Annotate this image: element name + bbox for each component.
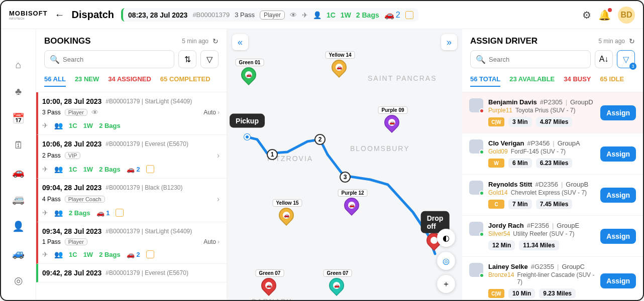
tab-new[interactable]: 23 NEW <box>75 75 99 87</box>
map-pin[interactable]: Purple 09🚗 <box>384 115 401 137</box>
stat-c: 1C <box>69 251 77 258</box>
nav-schedule-icon[interactable]: 🗓 <box>14 139 24 151</box>
locate-icon[interactable]: ◎ <box>437 252 455 270</box>
car-icon: 🚗 <box>388 119 395 126</box>
driver-item[interactable]: Clo Verigan#P3456|GroupAGold09FordF-145 … <box>462 133 643 175</box>
chevron-right-icon[interactable]: › <box>217 151 220 160</box>
drivers-list[interactable]: Benjamin Davis#P2305|GroupDPurple11Toyot… <box>462 92 643 300</box>
driver-make: Freight-liner Cascade (SUV - 7) <box>517 271 595 285</box>
bookings-updated: 5 min ago <box>182 38 208 45</box>
settings-icon[interactable]: ⚙ <box>582 9 591 21</box>
map-panel[interactable]: « » SAINT PANCRAS BLOOMSBURY FITZROVIA C… <box>227 29 462 300</box>
drivers-title: ASSIGN DRIVER <box>470 36 594 46</box>
map-pin[interactable]: Yellow 15🚗 <box>279 208 296 230</box>
doc-icon[interactable] <box>146 250 154 258</box>
assign-button[interactable]: Assign <box>600 188 636 203</box>
back-button[interactable]: ← <box>55 9 65 21</box>
drivers-search-input[interactable] <box>489 56 585 63</box>
eye-icon[interactable]: 👁 <box>91 108 98 116</box>
plane-icon: ✈ <box>42 121 48 129</box>
nav-org-icon[interactable]: ♣ <box>15 86 22 97</box>
stat-bags: 2 Bags <box>99 122 121 129</box>
doc-icon[interactable] <box>405 11 413 19</box>
doc-icon[interactable] <box>146 165 154 173</box>
nav-wheel-icon[interactable]: ◎ <box>14 274 23 286</box>
booking-item[interactable]: 09:04, 28 Jul 2023#B00001379 | Black (B1… <box>36 179 227 222</box>
driver-name: Reynolds Stitt <box>488 181 532 188</box>
booking-item[interactable]: 10:00, 28 Jul 2023#B00001379 | StarLight… <box>36 92 227 135</box>
drivers-search[interactable]: 🔍 <box>470 50 591 68</box>
booking-status-bar: 08:23, 28 Jul 2023 #B00001379 3 Pass Pla… <box>121 8 418 22</box>
driver-item[interactable]: Benjamin Davis#P2305|GroupDPurple11Toyot… <box>462 92 643 133</box>
sort-button[interactable]: A↓ <box>595 50 613 68</box>
eye-icon[interactable]: 👁 <box>290 11 297 19</box>
zoom-in-icon[interactable]: ＋ <box>437 275 455 293</box>
driver-avatar <box>469 222 483 236</box>
pickup-point[interactable] <box>244 134 250 140</box>
tab-total[interactable]: 56 TOTAL <box>470 75 500 87</box>
tab-busy[interactable]: 34 BUSY <box>564 75 591 87</box>
assign-button[interactable]: Assign <box>600 229 636 244</box>
booking-tag: Player <box>65 109 87 116</box>
booking-item[interactable]: 09:42, 28 Jul 2023#B00001379 | Everest (… <box>36 264 227 282</box>
driver-distance: 9.23 Miles <box>539 288 576 298</box>
car-icon: 🚗 <box>336 64 343 71</box>
waypoint[interactable]: 1 <box>267 149 278 160</box>
map-pin[interactable]: Yellow 14🚗 <box>332 60 349 82</box>
tab-idle[interactable]: 65 IDLE <box>600 75 624 87</box>
driver-item[interactable]: Jordy Rach#F2356|GroupESilver54Utility R… <box>462 216 643 257</box>
driver-item[interactable]: Reynolds Stitt#D2356|GroupBGold14Chevrol… <box>462 175 643 216</box>
stat-cars: 🚗 1 <box>96 209 110 217</box>
map-pin[interactable]: Green 07🚗 <box>329 278 346 300</box>
bell-icon[interactable]: 🔔 <box>598 9 611 21</box>
sidebar: ⌂ ♣ 📅 🗓 🚗 🚐 👤 🚙 ◎ ☵ <box>1 29 36 300</box>
assign-button[interactable]: Assign <box>600 273 636 288</box>
driver-name: Jordy Rach <box>488 222 524 229</box>
car-icon: 🚗 <box>265 282 272 289</box>
waypoint[interactable]: 3 <box>340 172 351 183</box>
map-pin[interactable]: Purple 12🚗 <box>344 198 361 220</box>
map-pin[interactable]: Green 01🚗 <box>241 67 258 89</box>
nav-dispatch-icon[interactable]: 🚗 <box>12 166 25 178</box>
sort-button[interactable]: ⇅ <box>178 50 196 68</box>
stat-cars: 🚗 2 <box>127 166 140 173</box>
waypoint[interactable]: 2 <box>314 134 326 145</box>
avatar[interactable]: BD <box>618 7 635 24</box>
logo-sub: INFOTECH <box>9 17 48 20</box>
tab-all[interactable]: 56 ALL <box>44 75 66 87</box>
filter-button[interactable]: ▽ <box>200 50 219 68</box>
bookings-search[interactable]: 🔍 <box>44 50 174 68</box>
filter-button[interactable]: ▽3 <box>617 50 635 68</box>
bookings-search-input[interactable] <box>63 56 169 63</box>
driver-item[interactable]: Lainey Selke#G2355|GroupCBronze14Freight… <box>462 257 643 300</box>
booking-item[interactable]: 09:34, 28 Jul 2023#B00001379 | StarLight… <box>36 222 227 264</box>
nav-user-icon[interactable]: 👤 <box>12 220 25 232</box>
tab-assigned[interactable]: 34 ASSIGNED <box>108 75 151 87</box>
stat-bags: 2 Bags <box>69 209 90 217</box>
driver-group: GroupD <box>570 98 593 106</box>
nav-eco-icon[interactable]: 🚙 <box>12 247 25 259</box>
nav-fleet-icon[interactable]: 🚐 <box>12 193 25 205</box>
refresh-icon[interactable]: ↻ <box>212 37 219 45</box>
refresh-icon[interactable]: ↻ <box>629 37 635 45</box>
nav-home-icon[interactable]: ⌂ <box>15 59 21 71</box>
tab-completed[interactable]: 65 COMPLETED <box>160 75 210 87</box>
chevron-right-icon[interactable]: › <box>217 195 220 204</box>
logo[interactable]: MOBISOFT INFOTECH <box>9 10 48 20</box>
map-pin[interactable]: Green 07🚗 <box>261 278 278 300</box>
theme-toggle[interactable]: ◐ <box>437 229 455 247</box>
driver-eta: 10 Min <box>508 288 535 298</box>
map-controls: ◐ ◎ ＋ <box>437 229 455 293</box>
driver-avatar <box>469 263 483 277</box>
pin-label: Yellow 15 <box>272 199 302 207</box>
plane-icon: ✈ <box>42 165 48 173</box>
booking-auto: Auto › <box>203 238 220 245</box>
nav-calendar-icon[interactable]: 📅 <box>12 112 25 124</box>
assign-button[interactable]: Assign <box>600 146 636 162</box>
booking-item[interactable]: 10:06, 28 Jul 2023#B00001379 | Everest (… <box>36 135 227 179</box>
doc-icon[interactable] <box>116 209 124 217</box>
bookings-list[interactable]: 10:00, 28 Jul 2023#B00001379 | StarLight… <box>36 92 227 300</box>
driver-avatar <box>469 98 483 112</box>
assign-button[interactable]: Assign <box>600 105 636 120</box>
tab-available[interactable]: 23 AVAILABLE <box>509 75 555 87</box>
